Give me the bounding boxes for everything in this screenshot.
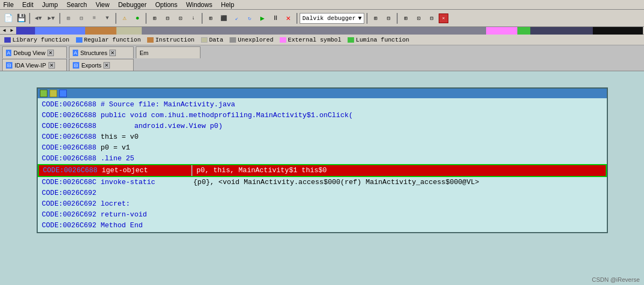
tab-structures-close[interactable]: ✕ xyxy=(109,50,116,56)
legend-data-color xyxy=(201,37,207,43)
code-line-6: CODE:0026C688 .line 25 xyxy=(38,153,607,164)
seg-instr xyxy=(85,27,116,35)
btn4[interactable]: ⊟ xyxy=(75,12,87,24)
watermark: CSDN @iReverse xyxy=(592,276,640,283)
code-text-8: invoke-static xyxy=(96,177,155,188)
stop-button[interactable]: ✕ xyxy=(282,12,294,24)
tab-ida-label: IDA View-IP xyxy=(15,62,46,69)
main-content: CODE:0026C688 # Source file: MainActivit… xyxy=(0,71,644,285)
seg-reg xyxy=(35,27,85,35)
sep6 xyxy=(296,13,297,24)
btn19[interactable]: ⊞ xyxy=(400,12,412,24)
btn5[interactable]: ≡ xyxy=(88,12,100,24)
tab-ida-view[interactable]: ⊟ IDA View-IP ✕ xyxy=(2,59,67,71)
menu-debugger[interactable]: Debugger xyxy=(117,1,148,9)
menu-jump[interactable]: Jump xyxy=(41,1,59,9)
menu-help[interactable]: Help xyxy=(220,1,236,9)
seg-lib xyxy=(16,27,35,35)
debugger-dropdown[interactable]: Dalvik debugger ▼ xyxy=(300,13,364,24)
legend-data: Data xyxy=(201,37,223,43)
tab-debug-label: Debug View xyxy=(13,50,45,56)
code-line-11: CODE:0026C692 return-void xyxy=(38,209,607,220)
btn8[interactable]: ● xyxy=(131,12,143,24)
tab-debug-icon: A xyxy=(6,50,11,56)
win-icon-1 xyxy=(40,90,47,97)
stop-icon: ✕ xyxy=(286,13,290,23)
btn14[interactable]: ⬛ xyxy=(218,12,230,24)
code-kw-2: public void com.ihui.methodprofiling.Mai… xyxy=(96,110,353,121)
btn10[interactable]: ⊟ xyxy=(162,12,174,24)
tab-exports-close[interactable]: ✕ xyxy=(103,62,110,69)
btn22[interactable]: ✕ xyxy=(439,13,448,23)
seg-ext xyxy=(486,27,517,35)
addr-6: CODE:0026C688 xyxy=(42,153,96,164)
menu-options[interactable]: Options xyxy=(154,1,178,9)
menu-edit[interactable]: Edit xyxy=(21,1,34,9)
btn13[interactable]: ⊞ xyxy=(205,12,217,24)
code-text-5: p0 = v1 xyxy=(96,142,130,153)
forward-button[interactable]: ►▼ xyxy=(45,12,57,24)
nav-prev[interactable]: ◄ xyxy=(1,28,8,34)
btn9[interactable]: ⊞ xyxy=(149,12,161,24)
tab-em-label: Em xyxy=(140,50,149,56)
tab-exports[interactable]: ⊟ Exports ✕ xyxy=(69,59,134,71)
tab-em[interactable]: Em xyxy=(136,46,200,58)
tab-debug-view[interactable]: A Debug View ✕ xyxy=(2,46,67,58)
menu-file[interactable]: File xyxy=(2,1,15,9)
btn7[interactable]: ⚠ xyxy=(119,12,130,24)
code-area: CODE:0026C688 # Source file: MainActivit… xyxy=(38,98,607,232)
legend-lib-color xyxy=(4,37,11,43)
win-icon-3 xyxy=(59,90,67,97)
code-window-titlebar xyxy=(38,89,607,98)
legend-reg-color xyxy=(76,37,82,43)
legend-ext-label: External symbol xyxy=(288,37,341,43)
btn21[interactable]: ⊟ xyxy=(426,12,438,24)
tab-structures[interactable]: A Structures ✕ xyxy=(69,46,134,58)
btn20[interactable]: ⊡ xyxy=(413,12,425,24)
sep5 xyxy=(202,13,203,24)
btn3[interactable]: ⊞ xyxy=(63,12,74,24)
menu-windows[interactable]: Windows xyxy=(185,1,213,9)
run-button[interactable]: ▶ xyxy=(257,12,268,24)
code-kw-3: android.view.View p0) xyxy=(96,121,223,132)
btn15[interactable]: ↙ xyxy=(231,12,243,24)
legend-instr-color xyxy=(147,37,154,43)
addr-3: CODE:0026C688 xyxy=(42,121,96,132)
nav-next[interactable]: ► xyxy=(9,28,15,34)
legend-data-label: Data xyxy=(209,37,223,43)
addr-5: CODE:0026C688 xyxy=(42,142,96,153)
btn11[interactable]: ⊡ xyxy=(175,12,186,24)
legend-lib-label: Library function xyxy=(12,37,70,43)
seg-unexplored xyxy=(142,27,487,35)
tab-ida-icon: ⊟ xyxy=(6,62,12,69)
back-button[interactable]: ◄▼ xyxy=(32,12,44,24)
tab-exports-label: Exports xyxy=(81,62,101,69)
addr-9: CODE:0026C692 xyxy=(42,188,96,199)
save-button[interactable]: 💾 xyxy=(15,12,27,24)
btn17[interactable]: ⊞ xyxy=(370,12,382,24)
code-line-10: CODE:0026C692 locret: xyxy=(38,199,607,209)
legend-lum: Lumina function xyxy=(348,37,409,43)
new-button[interactable]: 📄 xyxy=(2,12,14,24)
legend-unexplored-color xyxy=(230,37,236,43)
tab-ida-close[interactable]: ✕ xyxy=(49,62,55,69)
pause-button[interactable]: ⏸ xyxy=(269,12,281,24)
toolbar-1: 📄 💾 ◄▼ ►▼ ⊞ ⊟ ≡ ▼ ⚠ ● ⊞ ⊟ ⊡ ↓ ⊞ ⬛ ↙ ↻ ▶ … xyxy=(0,10,644,27)
btn18[interactable]: ⊟ xyxy=(383,12,394,24)
legend-unexplored-label: Unexplored xyxy=(238,37,273,43)
btn6[interactable]: ▼ xyxy=(101,12,113,24)
legend-reg: Regular function xyxy=(76,37,141,43)
legend-lum-color xyxy=(348,37,354,43)
tab-debug-close[interactable]: ✕ xyxy=(47,50,54,56)
code-line-4: CODE:0026C688 this = v0 xyxy=(38,132,607,142)
addr-10: CODE:0026C692 xyxy=(42,199,96,209)
btn12[interactable]: ↓ xyxy=(188,12,199,24)
code-text-10: locret: xyxy=(96,199,130,209)
menu-view[interactable]: View xyxy=(94,1,110,9)
code-operands-8: {p0}, <void MainActivity.access$000(ref)… xyxy=(160,177,479,188)
seg-black xyxy=(593,27,643,35)
btn16[interactable]: ↻ xyxy=(244,12,255,24)
dropdown-arrow-icon: ▼ xyxy=(358,15,362,22)
debugger-dropdown-label: Dalvik debugger xyxy=(302,15,356,22)
menu-search[interactable]: Search xyxy=(65,1,88,9)
